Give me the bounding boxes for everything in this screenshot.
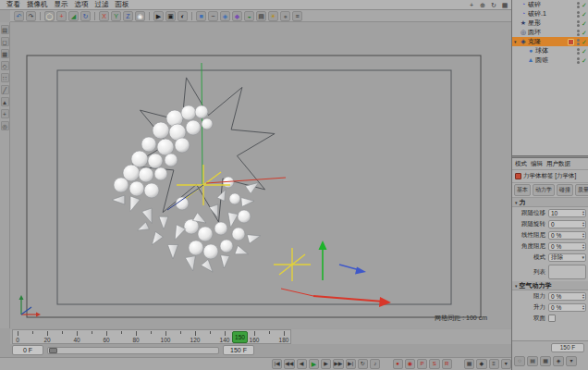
- menu-item-2[interactable]: 显示: [55, 0, 68, 9]
- spin-down-icon[interactable]: ▾: [582, 296, 584, 299]
- object-row-破碎.1[interactable]: ◔破碎.1✓: [512, 9, 588, 18]
- undo-icon[interactable]: ↶: [14, 11, 24, 21]
- viewport-canvas[interactable]: [10, 22, 511, 328]
- render-region-icon[interactable]: ▣: [165, 11, 176, 21]
- object-row-圆环[interactable]: ◎圆环✓: [512, 28, 588, 37]
- play-button[interactable]: ▶: [309, 359, 319, 369]
- dynamics-body-tag-icon[interactable]: [568, 39, 574, 45]
- attr-value-field[interactable]: 10▴▾: [548, 209, 586, 217]
- spinner-arrows-icon[interactable]: ▴▾: [582, 232, 584, 238]
- goto-start-button[interactable]: |◀: [272, 359, 282, 369]
- menu-item-4[interactable]: 过滤: [95, 0, 109, 9]
- editor-visibility-dot[interactable]: [577, 2, 580, 5]
- keyframe-selection-button[interactable]: ◆: [476, 359, 486, 369]
- om-search-icon[interactable]: ◌: [514, 356, 525, 366]
- x-axis-lock-icon[interactable]: X: [99, 11, 109, 21]
- texture-mode-icon[interactable]: ▦: [1, 49, 9, 58]
- attr-value-field[interactable]: 0 %▴▾: [548, 292, 586, 301]
- add-generator-icon[interactable]: ◈: [220, 11, 230, 21]
- preview-range-track[interactable]: [47, 347, 219, 354]
- viewport[interactable]: 网格间距 : 100 cm: [10, 22, 511, 328]
- loop-button[interactable]: ↻: [358, 359, 368, 369]
- model-mode-icon[interactable]: ◻: [1, 37, 9, 46]
- attr-value-field[interactable]: 0 %▴▾: [548, 231, 586, 240]
- om-options-icon[interactable]: ▾: [566, 356, 577, 366]
- timeline-ruler[interactable]: 020406080100120140160180150: [12, 329, 291, 344]
- spin-down-icon[interactable]: ▾: [582, 224, 584, 227]
- menu-item-5[interactable]: 面板: [116, 0, 129, 9]
- editor-visibility-dot[interactable]: [577, 48, 580, 51]
- add-material-icon[interactable]: ●: [280, 11, 290, 21]
- prev-key-button[interactable]: ◀◀: [284, 359, 294, 369]
- menu-item-3[interactable]: 选项: [75, 0, 89, 9]
- range-start-field[interactable]: 0 F: [12, 345, 43, 355]
- frame-info-field[interactable]: 150 F: [551, 343, 584, 352]
- enabled-check-icon[interactable]: ✓: [582, 38, 588, 46]
- move-tool-icon[interactable]: +: [56, 11, 67, 21]
- menu-item-0[interactable]: 查看: [6, 0, 20, 9]
- enable-axis-icon[interactable]: +: [1, 109, 9, 118]
- viewport-solo-icon[interactable]: ◎: [1, 121, 9, 130]
- edges-mode-icon[interactable]: ╱: [1, 85, 9, 94]
- enabled-check-icon[interactable]: ✓: [582, 1, 588, 9]
- editor-visibility-dot[interactable]: [577, 30, 580, 32]
- editor-visibility-dot[interactable]: [577, 11, 580, 14]
- zoom-view-icon[interactable]: ⊕: [478, 1, 487, 9]
- editor-visibility-dot[interactable]: [577, 39, 580, 42]
- live-selection-icon[interactable]: ◯: [44, 11, 55, 21]
- playback-settings-button[interactable]: ▦: [464, 359, 474, 369]
- object-row-圆锥[interactable]: ▲圆锥✓: [512, 56, 588, 65]
- render-settings-icon[interactable]: ◐: [178, 11, 188, 21]
- add-light-icon[interactable]: ☀: [268, 11, 278, 21]
- spinner-arrows-icon[interactable]: ▴▾: [582, 221, 584, 227]
- attr-value-field[interactable]: 0 %▴▾: [548, 242, 586, 251]
- snap-settings-icon[interactable]: ≡: [292, 11, 302, 21]
- goto-end-button[interactable]: ▶|: [346, 359, 356, 369]
- section-header-空气动力学[interactable]: ▾空气动力学: [512, 281, 588, 290]
- spinner-arrows-icon[interactable]: ▴▾: [582, 304, 584, 310]
- attr-tab-动力学[interactable]: 动力学: [533, 184, 555, 196]
- enabled-check-icon[interactable]: ✓: [582, 29, 588, 37]
- record-rotation-button[interactable]: R: [442, 359, 452, 369]
- current-frame-marker[interactable]: 150: [232, 331, 248, 343]
- record-position-button[interactable]: P: [417, 359, 427, 369]
- spin-down-icon[interactable]: ▾: [582, 307, 584, 310]
- enabled-check-icon[interactable]: ✓: [582, 19, 588, 28]
- polygons-mode-icon[interactable]: ▲: [1, 97, 9, 106]
- attr-tab-碰撞[interactable]: 碰撞: [557, 184, 573, 196]
- add-spline-icon[interactable]: ~: [208, 11, 218, 21]
- two-sided-checkbox[interactable]: [548, 314, 556, 322]
- add-camera-icon[interactable]: ▤: [256, 11, 266, 21]
- editor-visibility-dot[interactable]: [577, 20, 580, 23]
- animation-options-button[interactable]: ▾: [501, 359, 511, 369]
- enabled-check-icon[interactable]: ✓: [582, 56, 588, 65]
- enabled-check-icon[interactable]: ✓: [582, 47, 588, 56]
- editor-visibility-dot[interactable]: [577, 57, 580, 60]
- pan-view-icon[interactable]: +: [467, 1, 476, 9]
- attr-value-field[interactable]: 0▴▾: [548, 220, 586, 228]
- coordinate-system-icon[interactable]: ◉: [135, 11, 145, 21]
- spinner-arrows-icon[interactable]: ▴▾: [582, 210, 584, 216]
- make-editable-icon[interactable]: ▤: [1, 25, 9, 34]
- autokey-button[interactable]: ◉: [405, 359, 415, 369]
- add-environment-icon[interactable]: ◒: [244, 11, 254, 21]
- spin-down-icon[interactable]: ▾: [582, 235, 584, 238]
- render-visibility-dot[interactable]: [577, 33, 580, 36]
- scale-tool-icon[interactable]: ◢: [68, 11, 79, 21]
- y-axis-lock-icon[interactable]: Y: [111, 11, 121, 21]
- rotate-tool-icon[interactable]: ↻: [80, 11, 91, 21]
- section-header-力[interactable]: ▾力: [512, 198, 588, 207]
- am-menu-0[interactable]: 模式: [515, 160, 527, 168]
- preview-range-handle[interactable]: [49, 348, 57, 353]
- object-row-星形[interactable]: ★星形✓: [512, 18, 588, 28]
- om-layers-icon[interactable]: ▦: [540, 356, 551, 366]
- spinner-arrows-icon[interactable]: ▴▾: [582, 293, 584, 299]
- spin-down-icon[interactable]: ▾: [582, 213, 584, 216]
- render-visibility-dot[interactable]: [577, 52, 580, 55]
- range-end-field[interactable]: 150 F: [223, 345, 254, 355]
- object-row-克隆[interactable]: ▾◈克隆✓: [512, 37, 588, 46]
- points-mode-icon[interactable]: ∷: [1, 73, 9, 82]
- toggle-layout-icon[interactable]: ▦: [500, 1, 509, 9]
- render-visibility-dot[interactable]: [577, 61, 580, 64]
- redo-icon[interactable]: ↷: [26, 11, 36, 21]
